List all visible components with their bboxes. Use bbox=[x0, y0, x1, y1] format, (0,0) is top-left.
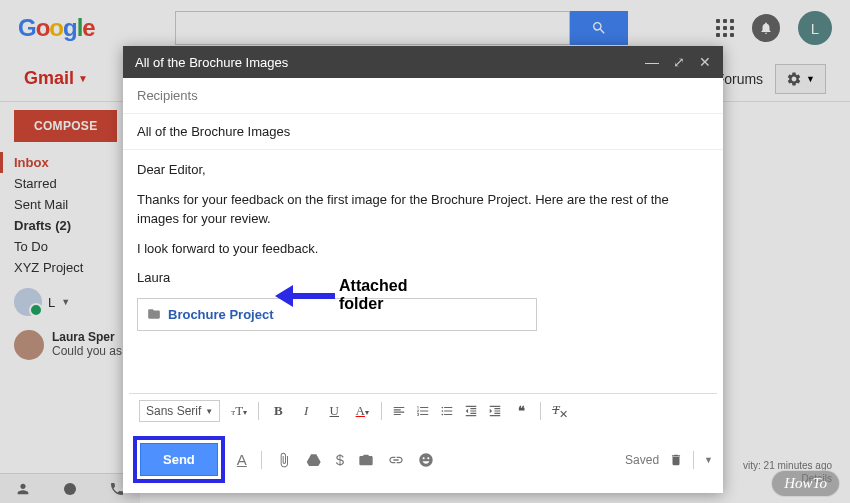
folder-sent[interactable]: Sent Mail bbox=[14, 194, 140, 215]
attachment-name: Brochure Project bbox=[168, 305, 273, 325]
hangouts-bottom-bar bbox=[0, 473, 140, 503]
notifications-icon[interactable] bbox=[752, 14, 780, 42]
compose-body[interactable]: Dear Editor, Thanks for your feedback on… bbox=[123, 150, 723, 393]
chat-sender: Laura Sper bbox=[52, 330, 122, 344]
indent-more-button[interactable] bbox=[488, 404, 502, 418]
body-greeting: Dear Editor, bbox=[137, 160, 709, 180]
chat-thread[interactable]: Laura Sper Could you as bbox=[14, 330, 140, 360]
text-color-button[interactable]: A▾ bbox=[353, 403, 371, 419]
folder-icon bbox=[146, 307, 162, 321]
bullet-list-button[interactable] bbox=[440, 404, 454, 418]
settings-button[interactable]: ▼ bbox=[775, 64, 826, 94]
discard-icon[interactable] bbox=[669, 453, 683, 467]
folder-xyz[interactable]: XYZ Project bbox=[14, 257, 140, 278]
font-size-select[interactable]: тT▾ bbox=[230, 403, 248, 419]
account-avatar[interactable]: L bbox=[798, 11, 832, 45]
formatting-toolbar: Sans Serif ▼ тT▾ B I U A▾ ❝ T✕ bbox=[129, 393, 717, 428]
numbered-list-button[interactable] bbox=[416, 404, 430, 418]
attach-file-icon[interactable] bbox=[276, 452, 292, 468]
chat-preview: Could you as bbox=[52, 344, 122, 358]
caret-down-icon: ▼ bbox=[78, 73, 88, 84]
chat-avatar bbox=[14, 330, 44, 360]
more-options-caret[interactable]: ▼ bbox=[704, 455, 713, 465]
hangouts-name: L bbox=[48, 295, 55, 310]
drive-icon[interactable] bbox=[306, 452, 322, 468]
minimize-icon[interactable]: — bbox=[645, 54, 659, 70]
compose-title: All of the Brochure Images bbox=[135, 55, 288, 70]
emoji-icon[interactable] bbox=[418, 452, 434, 468]
underline-button[interactable]: U bbox=[325, 403, 343, 419]
link-icon[interactable] bbox=[388, 452, 404, 468]
caret-down-icon: ▼ bbox=[806, 74, 815, 84]
body-signature: Laura bbox=[137, 268, 709, 288]
quote-button[interactable]: ❝ bbox=[512, 403, 530, 419]
hangouts-icon[interactable] bbox=[62, 481, 78, 497]
arrow-icon bbox=[275, 285, 335, 305]
send-row: Send A $ Saved ▼ bbox=[123, 428, 723, 493]
text-format-toggle[interactable]: A bbox=[237, 451, 247, 468]
font-family-select[interactable]: Sans Serif ▼ bbox=[139, 400, 220, 422]
body-para2: I look forward to your feedback. bbox=[137, 239, 709, 259]
body-para1: Thanks for your feedback on the first im… bbox=[137, 190, 709, 229]
money-icon[interactable]: $ bbox=[336, 451, 344, 468]
send-button[interactable]: Send bbox=[140, 443, 218, 476]
close-icon[interactable]: ✕ bbox=[699, 54, 711, 70]
send-highlight-annotation: Send bbox=[133, 436, 225, 483]
apps-icon[interactable] bbox=[716, 19, 734, 37]
expand-icon[interactable]: ⤢ bbox=[673, 54, 685, 70]
svg-point-0 bbox=[64, 483, 76, 495]
bold-button[interactable]: B bbox=[269, 403, 287, 419]
howto-watermark: HowTo bbox=[771, 470, 840, 497]
photo-icon[interactable] bbox=[358, 452, 374, 468]
italic-button[interactable]: I bbox=[297, 403, 315, 419]
google-logo[interactable]: Google bbox=[18, 14, 95, 42]
annotation: Attached folder bbox=[275, 277, 407, 312]
presence-avatar bbox=[14, 288, 42, 316]
gear-icon bbox=[786, 71, 802, 87]
caret-down-icon: ▼ bbox=[61, 297, 70, 307]
folder-list: Inbox Starred Sent Mail Drafts (2) To Do… bbox=[14, 152, 140, 278]
gmail-menu[interactable]: Gmail ▼ bbox=[24, 68, 88, 89]
align-button[interactable] bbox=[392, 404, 406, 418]
left-sidebar: COMPOSE Inbox Starred Sent Mail Drafts (… bbox=[0, 102, 140, 360]
search-button[interactable] bbox=[570, 11, 628, 45]
person-icon[interactable] bbox=[15, 481, 31, 497]
subject-field[interactable]: All of the Brochure Images bbox=[123, 114, 723, 150]
folder-inbox[interactable]: Inbox bbox=[0, 152, 140, 173]
recipients-field[interactable]: Recipients bbox=[123, 78, 723, 114]
compose-header[interactable]: All of the Brochure Images — ⤢ ✕ bbox=[123, 46, 723, 78]
indent-less-button[interactable] bbox=[464, 404, 478, 418]
hangouts-self[interactable]: L ▼ bbox=[14, 288, 140, 316]
saved-label: Saved bbox=[625, 453, 659, 467]
search-input[interactable] bbox=[175, 11, 570, 45]
folder-drafts[interactable]: Drafts (2) bbox=[14, 215, 140, 236]
compose-window: All of the Brochure Images — ⤢ ✕ Recipie… bbox=[123, 46, 723, 493]
compose-button[interactable]: COMPOSE bbox=[14, 110, 117, 142]
folder-starred[interactable]: Starred bbox=[14, 173, 140, 194]
search-icon bbox=[591, 20, 607, 36]
remove-formatting-button[interactable]: T✕ bbox=[551, 402, 569, 421]
gmail-label-text: Gmail bbox=[24, 68, 74, 89]
folder-todo[interactable]: To Do bbox=[14, 236, 140, 257]
